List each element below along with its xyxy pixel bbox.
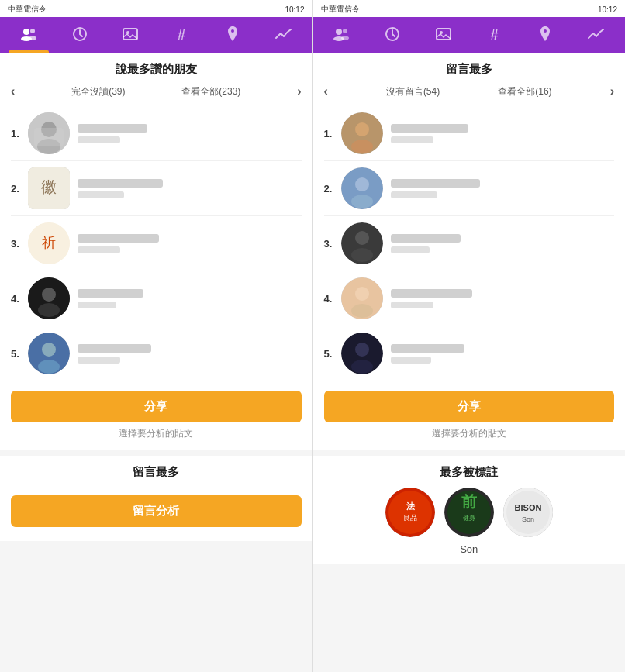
left-avatar-5 (28, 333, 70, 374)
left-rank-3: 3. (11, 238, 28, 250)
left-select-text: 選擇要分析的貼文 (11, 427, 302, 440)
right-nav-left-label[interactable]: 沒有留言(54) (386, 85, 440, 98)
right-friend-item-1[interactable]: 1. (324, 106, 615, 161)
svg-rect-11 (34, 128, 64, 146)
left-nav-history[interactable] (54, 17, 105, 53)
right-hashtag-icon: # (491, 28, 499, 42)
left-comment-analysis-button[interactable]: 留言分析 (11, 495, 302, 527)
left-nav-image[interactable] (105, 17, 157, 53)
left-avatar-1 (28, 112, 70, 154)
svg-point-46 (388, 491, 432, 534)
right-nav-row: ‹ 沒有留言(54) 查看全部(16) › (324, 84, 615, 98)
left-nav-people[interactable] (3, 17, 54, 53)
left-time: 10:12 (285, 5, 304, 14)
right-tagged-avatar-3[interactable]: BISON Son (503, 488, 553, 537)
svg-point-41 (351, 304, 373, 318)
left-friend-item-2[interactable]: 2. 徽 (11, 161, 302, 216)
svg-text:前: 前 (461, 493, 477, 510)
svg-point-38 (351, 248, 373, 262)
svg-point-0 (23, 29, 29, 35)
right-friend-item-2[interactable]: 2. (324, 161, 615, 216)
left-content: 說最多讚的朋友 ‹ 完全沒讀(39) 查看全部(233) › 1. (0, 53, 312, 672)
right-friend-item-3[interactable]: 3. (324, 216, 615, 271)
right-tagged-avatar-2[interactable]: 前 健身 (444, 488, 494, 537)
svg-point-29 (544, 29, 547, 33)
left-status-bar: 中華電信令 10:12 (0, 0, 312, 17)
left-next-chevron[interactable]: › (297, 84, 301, 98)
right-avatar-4 (341, 277, 383, 319)
left-friend-item-5[interactable]: 5. (11, 326, 302, 381)
location-icon (226, 26, 239, 45)
right-next-chevron[interactable]: › (610, 84, 614, 98)
right-rank-2: 2. (324, 183, 341, 195)
svg-text:Son: Son (522, 515, 534, 523)
left-friend-item-1[interactable]: 1. (11, 106, 302, 161)
left-friend-info-4 (78, 289, 302, 308)
left-nav-row: ‹ 完全沒讀(39) 查看全部(233) › (11, 84, 302, 98)
svg-point-43 (355, 343, 369, 357)
right-content: 留言最多 ‹ 沒有留言(54) 查看全部(16) › 1. (313, 53, 626, 672)
right-tagged-label: Son (324, 543, 615, 555)
left-share-button[interactable]: 分享 (11, 391, 302, 422)
right-nav-image[interactable] (418, 17, 469, 53)
right-nav-history[interactable] (367, 17, 418, 53)
left-avatar-3: 祈 (28, 222, 70, 264)
right-section1-title: 留言最多 (324, 62, 615, 77)
right-people-icon (333, 27, 350, 43)
svg-text:BISON: BISON (514, 503, 541, 512)
right-nav-location[interactable] (520, 17, 571, 53)
right-friend-info-4 (391, 289, 615, 308)
image-icon (123, 27, 138, 43)
svg-point-54 (506, 491, 550, 534)
right-share-button[interactable]: 分享 (324, 391, 615, 422)
right-nav-people[interactable] (316, 17, 368, 53)
right-section2-title: 最多被標註 (324, 465, 615, 480)
svg-point-2 (30, 29, 35, 33)
left-nav-hashtag[interactable]: # (156, 17, 207, 53)
right-nav-right-label[interactable]: 查看全部(16) (498, 85, 551, 98)
svg-text:法: 法 (406, 501, 415, 511)
left-nav-location[interactable] (207, 17, 258, 53)
right-friend-info-2 (391, 179, 615, 198)
right-nav-trending[interactable] (571, 17, 622, 53)
right-friend-info-5 (391, 344, 615, 364)
left-friend-item-3[interactable]: 3. 祈 (11, 216, 302, 271)
left-friend-info-3 (78, 234, 302, 253)
left-friend-info-2 (78, 179, 302, 198)
right-tagged-avatars: 法 良品 前 健身 (324, 488, 615, 537)
left-rank-1: 1. (11, 128, 28, 140)
svg-point-24 (343, 29, 347, 33)
left-nav-left-label[interactable]: 完全沒讀(39) (71, 85, 125, 98)
svg-text:徽: 徽 (41, 178, 57, 195)
left-panel: 中華電信令 10:12 (0, 0, 313, 672)
left-section1-title: 說最多讚的朋友 (11, 62, 302, 77)
left-friend-item-4[interactable]: 4. (11, 271, 302, 326)
left-prev-chevron[interactable]: ‹ (11, 84, 15, 98)
svg-point-3 (29, 36, 36, 40)
svg-point-7 (231, 29, 234, 33)
left-avatar-2: 徽 (28, 167, 70, 209)
right-rank-3: 3. (324, 238, 341, 250)
right-friend-info-1 (391, 124, 615, 143)
svg-point-22 (336, 29, 342, 35)
svg-text:健身: 健身 (463, 515, 475, 522)
right-nav-bar: # (313, 17, 626, 53)
right-prev-chevron[interactable]: ‹ (324, 84, 328, 98)
right-avatar-1 (341, 112, 383, 154)
right-friend-item-4[interactable]: 4. (324, 271, 615, 326)
right-tagged-avatar-1[interactable]: 法 良品 (385, 488, 435, 537)
svg-point-18 (38, 303, 60, 317)
left-nav-right-label[interactable]: 查看全部(233) (181, 85, 240, 98)
svg-text:良品: 良品 (403, 514, 417, 522)
right-section-most-comments: 留言最多 ‹ 沒有留言(54) 查看全部(16) › 1. (313, 53, 626, 450)
svg-point-37 (355, 231, 369, 245)
right-avatar-5 (341, 333, 383, 374)
right-friend-item-5[interactable]: 5. (324, 326, 615, 381)
right-trending-icon (588, 28, 605, 42)
right-nav-hashtag[interactable]: # (469, 17, 520, 53)
svg-point-44 (351, 360, 373, 374)
right-carrier: 中華電信令 (321, 4, 360, 15)
left-section-comments: 留言最多 留言分析 (0, 456, 312, 541)
left-section2-title: 留言最多 (11, 465, 302, 480)
left-nav-trending[interactable] (258, 17, 309, 53)
